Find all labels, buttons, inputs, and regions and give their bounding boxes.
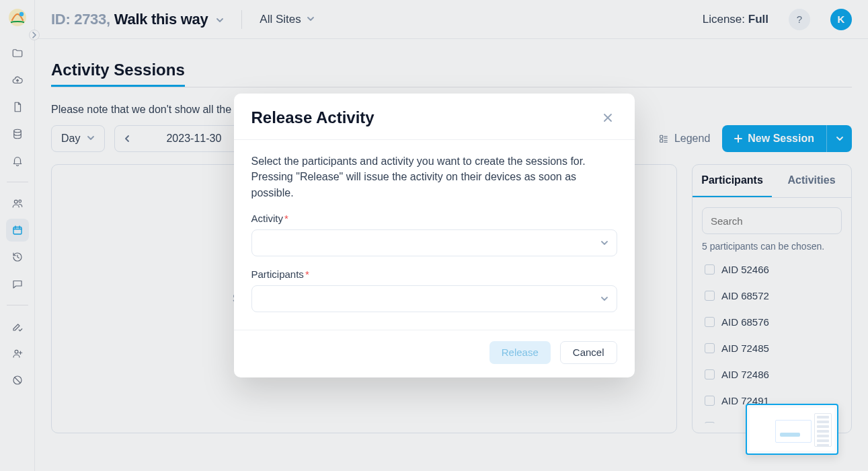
release-button[interactable]: Release [489,341,551,364]
modal-overlay[interactable]: Release Activity Select the participants… [0,0,868,471]
modal-title: Release Activity [251,108,374,127]
picture-in-picture-thumbnail[interactable] [746,404,838,455]
chevron-down-icon [600,239,608,247]
release-activity-modal: Release Activity Select the participants… [234,94,635,377]
activity-select[interactable] [251,229,617,256]
participants-field-label: Participants* [251,268,617,280]
chevron-down-icon [600,295,608,303]
modal-close-button[interactable] [598,108,617,127]
cancel-button[interactable]: Cancel [560,341,617,364]
activity-field-label: Activity* [251,213,617,224]
participants-select[interactable] [251,285,617,312]
close-icon [603,113,613,122]
modal-description: Select the participants and activity you… [251,153,617,201]
